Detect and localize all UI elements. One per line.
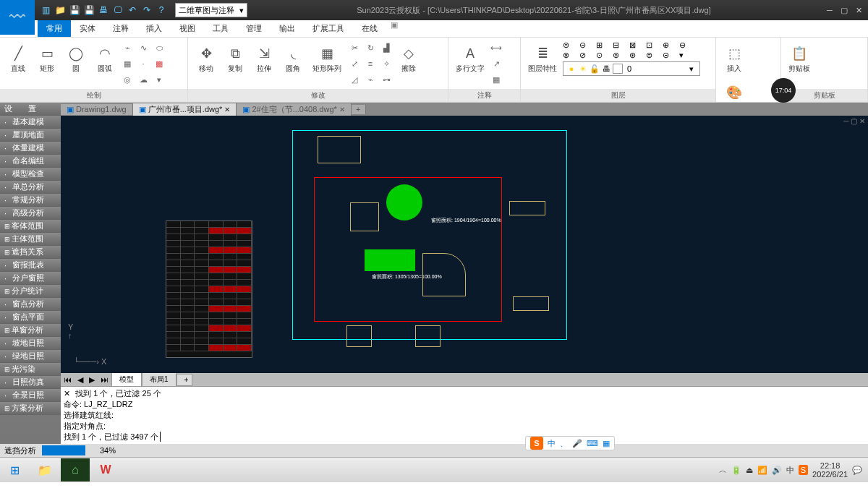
tray-ime-icon[interactable]: 中 xyxy=(786,465,794,476)
point-icon[interactable]: · xyxy=(136,56,150,71)
layer-t13[interactable]: ⊛ xyxy=(629,51,645,60)
cmd-close-icon[interactable]: ✕ xyxy=(64,389,70,398)
tab-manage[interactable]: 管理 xyxy=(237,20,271,37)
circle-button[interactable]: ◯圆 xyxy=(62,40,90,78)
wps-icon[interactable]: W xyxy=(91,458,120,481)
tray-sogou-icon[interactable]: S xyxy=(799,465,808,475)
sidebar-item-13[interactable]: ·分户窗照 xyxy=(0,272,61,285)
sidebar-item-15[interactable]: ·窗点分析 xyxy=(0,298,61,311)
join-icon[interactable]: ⊶ xyxy=(379,72,393,87)
workspace-combo[interactable]: 二维草图与注释 ▾ xyxy=(175,3,247,17)
stretch-button[interactable]: ⇲拉伸 xyxy=(250,40,278,78)
copy-button[interactable]: ⧉复制 xyxy=(221,40,249,78)
mirror-icon[interactable]: ▟ xyxy=(379,40,393,55)
layer-t12[interactable]: ⊚ xyxy=(613,51,629,60)
layer-props-button[interactable]: ≣图层特性 xyxy=(525,40,560,78)
tray-chevron-icon[interactable]: ︿ xyxy=(719,465,727,476)
sidebar-item-11[interactable]: ⊞遮挡关系 xyxy=(0,246,61,259)
layer-t6[interactable]: ⊡ xyxy=(646,40,662,50)
tab-output[interactable]: 输出 xyxy=(271,20,304,37)
layer-t16[interactable]: ▾ xyxy=(679,51,695,60)
pline-icon[interactable]: ⌁ xyxy=(120,40,135,55)
sidebar-item-16[interactable]: ·窗点平面 xyxy=(0,311,61,324)
sidebar-item-12[interactable]: ·窗报批表 xyxy=(0,259,61,272)
add-layout-button[interactable]: + xyxy=(176,374,192,386)
insert-button[interactable]: ⬚插入 xyxy=(720,40,748,78)
tray-usb-icon[interactable]: ⏏ xyxy=(746,466,753,475)
layer-t7[interactable]: ⊕ xyxy=(663,40,678,50)
layer-t10[interactable]: ⊘ xyxy=(579,51,595,60)
drawing-canvas[interactable]: 窗照面积: 1904/1904=100.00% 窗照面积: 1305/1305=… xyxy=(61,116,868,373)
doc-tab-1[interactable]: ▣Drawing1.dwg xyxy=(61,104,133,115)
erase-button[interactable]: ◇擦除 xyxy=(395,40,422,78)
new-icon[interactable]: ▥ xyxy=(39,4,52,17)
chamfer-icon[interactable]: ◿ xyxy=(347,72,362,87)
app1-icon[interactable]: ⌂ xyxy=(61,458,90,481)
layer-t1[interactable]: ⊜ xyxy=(563,40,579,50)
sidebar-item-6[interactable]: ·单总分析 xyxy=(0,181,61,194)
scale-icon[interactable]: ⤢ xyxy=(347,56,362,71)
tab-tools[interactable]: 工具 xyxy=(204,20,237,37)
model-tab[interactable]: 模型 xyxy=(111,372,142,387)
layout1-tab[interactable]: 布局1 xyxy=(142,372,176,387)
ime-kbd-icon[interactable]: ⌨ xyxy=(587,439,598,448)
sidebar-item-0[interactable]: 设 置 xyxy=(0,103,61,116)
tab-nav-first[interactable]: ⏮ xyxy=(61,375,75,384)
close-tab-icon[interactable]: ✕ xyxy=(224,106,230,114)
start-button[interactable]: ⊞ xyxy=(0,458,29,481)
sidebar-item-17[interactable]: ⊞单窗分析 xyxy=(0,324,61,337)
tab-insert[interactable]: 插入 xyxy=(137,20,171,37)
ime-mic-icon[interactable]: 🎤 xyxy=(572,439,582,448)
layer-t8[interactable]: ⊖ xyxy=(679,40,695,50)
spline-icon[interactable]: ∿ xyxy=(136,40,150,55)
move-button[interactable]: ✥移动 xyxy=(192,40,220,78)
tab-common[interactable]: 常用 xyxy=(38,20,71,37)
sidebar-item-18[interactable]: ·坡地日照 xyxy=(0,337,61,350)
ellipse-icon[interactable]: ⬭ xyxy=(152,40,166,55)
tab-view[interactable]: 视图 xyxy=(171,20,204,37)
layer-t3[interactable]: ⊞ xyxy=(596,40,612,50)
layer-combo[interactable]: ● ☀ 🔓 🖶 0 ▾ xyxy=(563,61,700,76)
ime-menu-icon[interactable]: ▦ xyxy=(603,439,610,448)
minimize-button[interactable]: ─ xyxy=(823,4,836,17)
ribbon-collapse-icon[interactable]: ▣ xyxy=(391,20,398,37)
tab-nav-last[interactable]: ⏭ xyxy=(98,375,111,384)
notification-icon[interactable]: 💬 xyxy=(852,466,862,475)
viewport-controls[interactable]: ─ ▢ ✕ xyxy=(843,117,865,125)
explode-icon[interactable]: ✧ xyxy=(379,56,393,71)
layer-t9[interactable]: ⊗ xyxy=(563,51,579,60)
trim-icon[interactable]: ✂ xyxy=(347,40,362,55)
doc-tab-3[interactable]: ▣2#住宅（节...0408.dwg*✕ xyxy=(237,103,351,116)
layer-t2[interactable]: ⊝ xyxy=(579,40,595,50)
sidebar-item-20[interactable]: ⊞光污染 xyxy=(0,363,61,376)
help-icon[interactable]: ? xyxy=(155,4,168,17)
ime-toolbar[interactable]: S 中 、 🎤 ⌨ ▦ xyxy=(525,436,615,450)
tab-nav-next[interactable]: ▶ xyxy=(86,375,98,385)
command-window[interactable]: ✕ 找到 1 个，已过滤 25 个 命令: LJ_RZ_LDRZ 选择建筑红线:… xyxy=(61,386,868,444)
doc-tab-2[interactable]: ▣广州市番...项目.dwg*✕ xyxy=(133,103,237,116)
tray-battery-icon[interactable]: 🔋 xyxy=(731,466,741,475)
sidebar-item-9[interactable]: ⊞客体范围 xyxy=(0,220,61,233)
break-icon[interactable]: ⌁ xyxy=(363,72,378,87)
maximize-button[interactable]: ▢ xyxy=(838,4,851,17)
sidebar-item-1[interactable]: ·基本建模 xyxy=(0,116,61,129)
sidebar-item-19[interactable]: ·绿地日照 xyxy=(0,350,61,363)
hatch-icon[interactable]: ▦ xyxy=(120,56,135,71)
sidebar-item-8[interactable]: ·高级分析 xyxy=(0,207,61,220)
dim-icon[interactable]: ⟷ xyxy=(489,40,503,55)
layer-t4[interactable]: ⊟ xyxy=(613,40,629,50)
sidebar-item-21[interactable]: ·日照仿真 xyxy=(0,376,61,389)
layer-t5[interactable]: ⊠ xyxy=(629,40,645,50)
mtext-button[interactable]: A多行文字 xyxy=(453,40,488,78)
ime-punct-icon[interactable]: 、 xyxy=(560,438,568,449)
save-icon[interactable]: 💾 xyxy=(68,4,81,17)
more-icon[interactable]: ▾ xyxy=(152,72,166,87)
tab-nav-prev[interactable]: ◀ xyxy=(75,375,86,385)
layer-t11[interactable]: ⊙ xyxy=(596,51,612,60)
open-icon[interactable]: 📁 xyxy=(54,4,67,17)
donut-icon[interactable]: ◎ xyxy=(120,72,135,87)
sidebar-item-14[interactable]: ⊞分户统计 xyxy=(0,285,61,298)
tab-ext[interactable]: 扩展工具 xyxy=(304,20,353,37)
tab-annot[interactable]: 注释 xyxy=(104,20,137,37)
sidebar-item-10[interactable]: ⊞主体范围 xyxy=(0,233,61,246)
